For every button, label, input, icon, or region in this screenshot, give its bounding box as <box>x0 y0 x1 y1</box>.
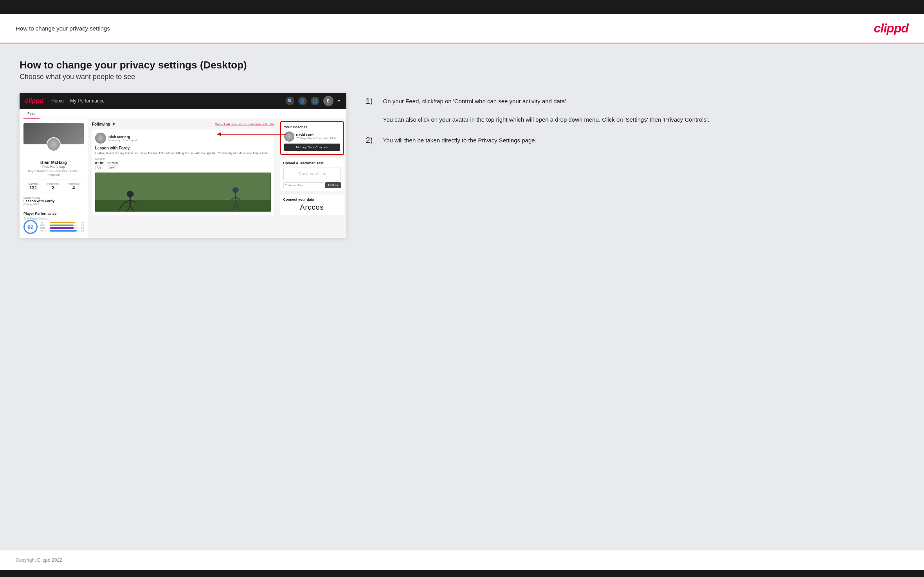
quality-score: 92 <box>23 220 38 234</box>
feed-tab[interactable]: Feed <box>23 109 40 119</box>
activity-avatar <box>95 133 106 144</box>
page-subtitle: Choose what you want people to see <box>20 73 904 81</box>
stat-following-value: 4 <box>68 185 79 191</box>
connect-card: Connect your data Arccos <box>280 194 344 215</box>
bar-arg: ARG 86 <box>40 227 84 229</box>
search-icon[interactable]: 🔍 <box>286 97 294 105</box>
quality-label: Total Player Quality <box>23 217 84 220</box>
coach-info: David Ford 📍 Royal North Devon Golf Club <box>296 133 336 140</box>
avatar-chevron: ▼ <box>337 99 341 103</box>
profile-stats: Activities 131 Followers 3 Following 4 <box>23 180 84 191</box>
page-title: How to change your privacy settings (Des… <box>20 59 904 71</box>
copyright-text: Copyright Clippd 2022 <box>16 557 62 563</box>
manage-coaches-button[interactable]: Manage Your Coaches <box>284 144 340 151</box>
control-privacy-link[interactable]: Control who can see your activity and da… <box>215 122 274 126</box>
activity-card: Blair McHarg Yesterday · Sunningdale Les… <box>92 129 274 215</box>
stat-activities-value: 131 <box>28 185 39 191</box>
connect-title: Connect your data <box>283 198 341 201</box>
profile-name: Blair McHarg <box>23 160 84 165</box>
profile-club: Royal North Devon Golf Club, United King… <box>23 169 84 176</box>
following-chevron-icon: ▼ <box>112 122 116 126</box>
coach-club: 📍 Royal North Devon Golf Club <box>296 137 336 140</box>
perf-title: Player Performance <box>23 212 84 216</box>
activity-header: Blair McHarg Yesterday · Sunningdale <box>95 133 271 144</box>
globe-icon[interactable]: 🌐 <box>311 97 319 105</box>
nav-item-home[interactable]: Home <box>51 98 64 104</box>
add-link-button[interactable]: Add Link <box>325 182 340 188</box>
nav-item-performance[interactable]: My Performance <box>70 98 104 104</box>
stat-activities-label: Activities <box>28 182 39 185</box>
location-icon: 📍 <box>296 137 300 140</box>
app-navbar: clippd Home My Performance 🔍 👤 🌐 B ▼ <box>20 93 346 109</box>
step1-number: 1) <box>366 97 378 124</box>
step2-text: You will then be taken directly to the P… <box>383 136 537 145</box>
activity-description: Looking to feel like my hands are exitin… <box>95 151 271 155</box>
breadcrumb: How to change your privacy settings <box>16 25 110 32</box>
bar-ott: OTT 90 <box>40 221 84 224</box>
user-avatar[interactable]: B <box>323 96 333 106</box>
coaches-card: Your Coaches David Ford 📍 Royal North De… <box>280 121 344 155</box>
content-layout: clippd Home My Performance 🔍 👤 🌐 B ▼ <box>20 93 904 238</box>
top-bar <box>0 0 924 14</box>
tag-row: OTT APP <box>95 165 271 170</box>
bar-app: APP 85 <box>40 224 84 226</box>
stat-followers: Followers 3 <box>47 182 59 191</box>
duration-value: 01 hr : 30 min <box>95 161 271 165</box>
profile-avatar <box>47 137 61 151</box>
trackman-card: Upload a Trackman Test Trackman Link Add… <box>280 158 344 191</box>
site-footer: Copyright Clippd 2022 <box>0 550 924 570</box>
feed-area: Following ▼ Control who can see your act… <box>88 119 278 215</box>
latest-value: Lesson with Fordy <box>23 199 84 203</box>
right-panel: Your Coaches David Ford 📍 Royal North De… <box>278 119 346 238</box>
player-performance: Player Performance Total Player Quality … <box>23 209 84 234</box>
bar-putt: PUTT 96 <box>40 230 84 232</box>
app-nav-icons: 🔍 👤 🌐 B ▼ <box>286 96 341 106</box>
app-body: Blair McHarg Plus Handicap Royal North D… <box>20 119 346 238</box>
trackman-title: Upload a Trackman Test <box>283 161 341 165</box>
tag-app: APP <box>107 165 117 170</box>
trackman-placeholder: Trackman Link <box>283 167 341 180</box>
user-icon[interactable]: 👤 <box>298 97 307 105</box>
following-button[interactable]: Following ▼ <box>92 122 116 126</box>
step2-number: 2) <box>366 136 378 145</box>
tag-ott: OTT <box>95 165 105 170</box>
app-screenshot-wrapper: clippd Home My Performance 🔍 👤 🌐 B ▼ <box>20 93 346 238</box>
latest-activity: Latest Activity Lesson with Fordy 03 Aug… <box>23 194 84 206</box>
stat-followers-value: 3 <box>47 185 59 191</box>
trackman-input[interactable] <box>283 182 324 188</box>
app-logo: clippd <box>25 97 43 104</box>
activity-title: Lesson with Fordy <box>95 146 271 150</box>
page-title-block: How to change your privacy settings (Des… <box>20 59 904 81</box>
latest-label: Latest Activity <box>23 196 84 199</box>
trackman-input-row: Add Link <box>283 182 341 188</box>
instructions-panel: 1) On your Feed, click/tap on 'Control w… <box>366 93 904 156</box>
app-screenshot: clippd Home My Performance 🔍 👤 🌐 B ▼ <box>20 93 346 238</box>
svg-rect-1 <box>95 200 271 212</box>
quality-bars: OTT 90 APP 85 <box>40 221 84 232</box>
coach-row: David Ford 📍 Royal North Devon Golf Club <box>284 131 340 142</box>
activity-location: Yesterday · Sunningdale <box>108 139 138 142</box>
duration-label: Duration <box>95 157 271 160</box>
app-nav-items: Home My Performance <box>51 98 278 104</box>
activity-image <box>95 173 271 212</box>
arccos-logo: Arccos <box>283 203 341 212</box>
stat-following-label: Following <box>68 182 79 185</box>
coaches-title: Your Coaches <box>284 125 340 129</box>
bottom-bar <box>0 570 924 577</box>
clippd-logo: clippd <box>874 21 908 36</box>
instruction-step-2: 2) You will then be taken directly to th… <box>366 136 904 145</box>
svg-point-2 <box>127 191 134 197</box>
feed-tab-bar: Feed <box>20 109 346 119</box>
following-label: Following <box>92 122 110 126</box>
feed-column: Following ▼ Control who can see your act… <box>88 119 278 238</box>
stat-activities: Activities 131 <box>28 182 39 191</box>
profile-handicap: Plus Handicap <box>23 165 84 169</box>
quality-row: 92 OTT 90 APP <box>23 220 84 234</box>
activity-image-svg <box>95 173 271 212</box>
latest-date: 03 Aug 2022 <box>23 203 84 206</box>
main-content: How to change your privacy settings (Des… <box>0 43 924 550</box>
activity-user-name: Blair McHarg <box>108 135 138 139</box>
instruction-step-1: 1) On your Feed, click/tap on 'Control w… <box>366 97 904 124</box>
profile-panel: Blair McHarg Plus Handicap Royal North D… <box>20 119 88 238</box>
following-bar: Following ▼ Control who can see your act… <box>92 119 274 129</box>
